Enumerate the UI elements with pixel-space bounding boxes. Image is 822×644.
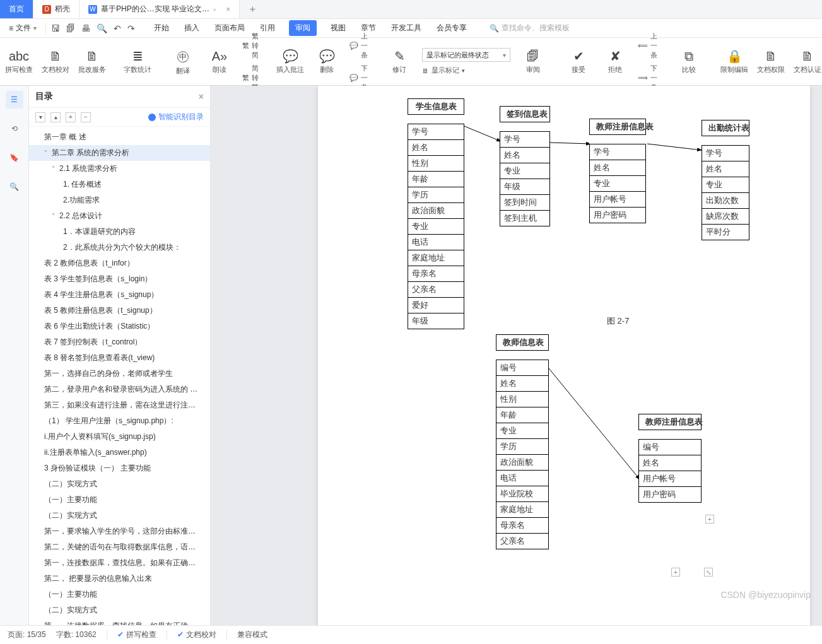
ribbon-tab-5[interactable]: 视图 [329,20,347,36]
show-markup-button[interactable]: 🗎显示标记▾ [422,66,510,75]
outline-item[interactable]: 第二，登录用户名和登录密码为进入系统的 … [29,382,210,397]
outline-item[interactable]: （二）实现方式 [29,476,210,492]
command-search[interactable]: 🔍 查找命令、搜索模板 [490,23,570,33]
outline-list[interactable]: 第一章 概 述˅第二章 系统的需求分析˅2.1 系统需求分析1. 任务概述2.功… [29,127,210,625]
ribbon-tab-8[interactable]: 会员专享 [435,20,468,36]
outline-item[interactable]: 表 5 教师注册信息表（t_signup） [29,303,210,319]
outline-item[interactable]: 第二，关键的语句在与取得数据库信息，语… [29,539,210,555]
outline-item[interactable]: （一）主要功能 [29,492,210,508]
compare-button[interactable]: ⧉比较 [675,49,703,74]
outline-item[interactable]: ˅2.1 系统需求分析 [29,161,210,177]
hamburger-icon: ≡ [9,24,13,33]
restrict-button[interactable]: 🔒限制编辑 [720,49,748,74]
undo-icon[interactable]: ↶ [114,23,121,33]
outline-item[interactable]: （二）实现方式 [29,602,210,618]
sync-icon[interactable]: ⟲ [6,120,23,138]
outline-item[interactable]: （1） 学生用户注册（s_signup.php）: [29,413,210,429]
add-node-button[interactable]: + [66,112,76,122]
remove-node-button[interactable]: − [81,112,91,122]
close-tab-icon[interactable]: × [226,5,230,14]
outline-item[interactable]: 表 8 替名签到信息查看表(t_view) [29,350,210,366]
review-button[interactable]: 🗐审阅 [519,49,547,74]
outline-item[interactable]: （二）实现方式 [29,508,210,524]
outline-item[interactable]: 第一，选择自己的身份，老师或者学生 [29,366,210,382]
translate-button[interactable]: ㊥翻译 [169,48,197,76]
outline-item[interactable]: 第二， 把要显示的信息输入出来 [29,571,210,587]
outline-item[interactable]: 2.功能需求 [29,192,210,208]
doccert-button[interactable]: 🗎文档认证 [794,49,821,74]
markup-select[interactable]: 显示标记的最终状态 [422,48,510,62]
ribbon-tab-0[interactable]: 开始 [153,20,170,36]
document-area[interactable]: 图 2-7 ✥ + + ⤡ 学生信息表学号姓名性别年龄学历政治面貌专业电话家庭地… [211,86,822,625]
ribbon-tab-2[interactable]: 页面布局 [213,20,246,36]
tab-app[interactable]: D 稻壳 [33,0,79,18]
outline-item[interactable]: ˅2.2 总体设计 [29,208,210,224]
prev-change-button[interactable]: ⟸上一条 [638,32,657,60]
outline-item[interactable]: 表 6 学生出勤统计表（Statistic） [29,319,210,334]
saveas-icon[interactable]: 🗐 [66,23,75,33]
compat-mode[interactable]: 兼容模式 [237,629,267,640]
outline-item[interactable]: （一）主要功能 [29,587,210,602]
page-indicator[interactable]: 页面: 15/35 [8,629,46,640]
outline-item[interactable]: 3 身份验证模块（一） 主要功能 [29,460,210,476]
outline-item-label: 2.2 总体设计 [59,211,102,220]
tab-home[interactable]: 首页 [0,0,33,18]
add-row-handle[interactable]: + [705,515,714,524]
fan2jian-button[interactable]: 繁繁转简 [242,32,259,60]
outline-item[interactable]: 第三，如果没有进行注册，需在这里进行注… [29,397,210,413]
close-panel-icon[interactable]: × [199,91,204,102]
outline-item[interactable]: 1．本课题研究的内容 [29,224,210,240]
outline-item[interactable]: 第一，连接数据库，查找信息。如果有正确… [29,618,210,625]
print-icon[interactable]: 🖶 [81,23,90,33]
outline-item[interactable]: 表 7 签到控制表（t_control） [29,334,210,350]
add-col-handle[interactable]: + [671,568,680,577]
outline-item[interactable]: ii.注册表单输入(s_answer.php) [29,445,210,460]
outline-item[interactable]: 第一章 概 述 [29,129,210,145]
outline-item[interactable]: 第一，连接数据库，查找信息。如果有正确… [29,555,210,571]
revise-button[interactable]: ✎修订 [385,49,413,74]
preview-icon[interactable]: 🔍 [97,23,107,33]
proof-status[interactable]: ✔文档校对 [177,629,216,640]
resize-handle[interactable]: ⤡ [704,568,713,577]
ribbon-tab-4[interactable]: 审阅 [289,20,317,36]
docperm-button[interactable]: 🗎文档权限 [757,49,785,74]
collapse-all-button[interactable]: ▴ [50,112,61,122]
outline-item[interactable]: 2．此系统共分为六个较大的模块： [29,240,210,255]
ai-outline-button[interactable]: 智能识别目录 [148,112,204,122]
insert-comment-button[interactable]: 💬插入批注 [276,49,304,74]
reject-button[interactable]: ✘拒绝 [601,49,629,74]
tab-document[interactable]: W 基于PHP的公…实现 毕业论文… ▫ × [79,0,240,18]
table-cell: 父亲名 [408,282,464,298]
outline-item[interactable]: 1. 任务概述 [29,177,210,192]
save-icon[interactable]: 🖫 [51,23,60,33]
add-tab-button[interactable]: + [240,0,265,18]
spellcheck-status[interactable]: ✔拼写检查 [117,629,156,640]
ribbon-tab-1[interactable]: 插入 [183,20,201,36]
menubar: ≡ 文件 ▾ 🖫 🗐 🖶 🔍 ↶ ↷ 开始插入页面布局引用审阅视图章节开发工具会… [0,19,822,38]
outline-item[interactable]: 表 3 学生签到信息表（s_login） [29,271,210,287]
ribbon-tab-3[interactable]: 引用 [259,20,276,36]
expand-all-button[interactable]: ▾ [35,112,45,122]
ribbon-tab-7[interactable]: 开发工具 [390,20,423,36]
bookmark-icon[interactable]: 🔖 [6,149,23,167]
outline-item[interactable]: 表 2 教师信息表（t_infor） [29,255,210,271]
batch-button[interactable]: 🗎批改服务 [78,49,106,74]
outline-icon[interactable]: ☰ [6,91,23,108]
delete-button[interactable]: 💬删除 [313,49,341,74]
word-count[interactable]: 字数: 10362 [56,629,97,640]
outline-item[interactable]: ˅第二章 系统的需求分析 [29,145,210,161]
doccheck-button[interactable]: 🗎文档校对 [42,49,69,74]
prev-comment-button[interactable]: 💬上一条 [349,32,368,60]
accept-button[interactable]: ✔︎接受 [565,49,592,74]
wordcount-button[interactable]: ≣字数统计 [124,49,151,74]
redo-icon[interactable]: ↷ [127,23,135,33]
outline-item[interactable]: 表 4 学生注册信息表（s_signup） [29,287,210,303]
outline-item[interactable]: 第一，要求输入学生的学号，这部分由标准… [29,524,210,539]
outline-item[interactable]: i.用户个人资料填写(s_signup.jsp) [29,429,210,445]
restore-icon[interactable]: ▫ [213,5,216,14]
svg-line-0 [464,126,501,141]
read-button[interactable]: A»朗读 [206,49,233,74]
search-icon[interactable]: 🔍 [6,178,23,196]
spellcheck-button[interactable]: abc拼写检查 [5,49,33,74]
file-menu[interactable]: ≡ 文件 ▾ [5,20,40,36]
